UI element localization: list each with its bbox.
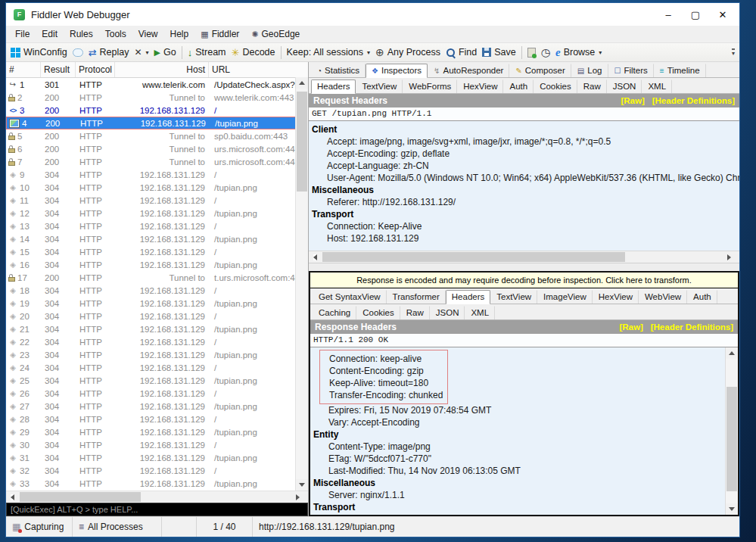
- close-button[interactable]: ✕: [709, 5, 736, 24]
- column-header-result[interactable]: Result: [41, 62, 76, 77]
- scroll-thumb[interactable]: [297, 92, 307, 192]
- table-row[interactable]: ◈27304HTTP192.168.131.129/tupian.png: [6, 400, 308, 413]
- decode-banner[interactable]: Response is encoded and may require deco…: [310, 273, 738, 288]
- response-tab-headers[interactable]: Headers: [446, 290, 490, 304]
- column-header-url[interactable]: URL: [209, 62, 308, 77]
- scroll-thumb[interactable]: [322, 252, 625, 262]
- scroll-right-icon[interactable]: [727, 251, 739, 263]
- browse-button[interactable]: eBrowse▾: [555, 47, 602, 58]
- table-row[interactable]: ↪1301HTTPwww.telerik.com/UpdateCheck.asp…: [6, 78, 308, 91]
- comment-button[interactable]: [73, 48, 83, 57]
- scroll-left-icon[interactable]: [6, 491, 18, 503]
- capturing-indicator[interactable]: ▦ Capturing: [6, 517, 73, 537]
- menu-item-tools[interactable]: Tools: [99, 27, 132, 41]
- scroll-up-icon[interactable]: [296, 77, 308, 89]
- session-horizontal-scrollbar[interactable]: [6, 491, 308, 503]
- table-row[interactable]: ◈16304HTTP192.168.131.129/tupian.png: [6, 258, 308, 271]
- session-vertical-scrollbar[interactable]: [295, 77, 308, 491]
- table-row[interactable]: ◈25304HTTP192.168.131.129/tupian.png: [6, 374, 308, 387]
- panel-splitter[interactable]: [309, 263, 739, 271]
- scroll-thumb[interactable]: [20, 492, 141, 502]
- menu-item-geoedge[interactable]: ✺GeoEdge: [245, 27, 306, 41]
- request-tab-xml[interactable]: XML: [642, 79, 672, 93]
- toolbar-overflow-icon[interactable]: ▾: [732, 48, 735, 57]
- response-tab-textview[interactable]: TextView: [490, 290, 537, 304]
- process-filter[interactable]: ≡ All Processes: [73, 517, 162, 537]
- table-row[interactable]: ◈33304HTTP192.168.131.129/tupian.png: [6, 477, 308, 490]
- scroll-left-icon[interactable]: [309, 251, 321, 263]
- table-row[interactable]: ◈10304HTTP192.168.131.129/tupian.png: [6, 181, 308, 194]
- table-row[interactable]: ◈29304HTTP192.168.131.129/tupian.png: [6, 425, 308, 438]
- table-row[interactable]: ◈31304HTTP192.168.131.129/tupian.png: [6, 451, 308, 464]
- menu-item-view[interactable]: View: [132, 27, 164, 41]
- raw-link[interactable]: [Raw]: [619, 322, 642, 332]
- table-row[interactable]: ◈14304HTTP192.168.131.129/tupian.png: [6, 232, 308, 245]
- save-button[interactable]: Save: [482, 47, 516, 58]
- winconfig-button[interactable]: WinConfig: [11, 47, 67, 58]
- table-row[interactable]: ◈20304HTTP192.168.131.129/: [6, 310, 308, 322]
- table-row[interactable]: ◈28304HTTP192.168.131.129/: [6, 413, 308, 425]
- scroll-up-icon[interactable]: [726, 347, 738, 359]
- table-row[interactable]: 5200HTTPTunnel tosp0.baidu.com:443: [6, 129, 308, 142]
- scroll-thumb[interactable]: [726, 387, 737, 491]
- tab-log[interactable]: ▤Log: [571, 64, 608, 77]
- table-row[interactable]: 7200HTTPTunnel tours.microsoft.com:443: [6, 155, 308, 168]
- minimize-button[interactable]: –: [655, 5, 682, 24]
- quickexec-input[interactable]: [QuickExec] ALT+Q > type HELP...: [6, 503, 308, 516]
- remove-button[interactable]: ✕▾: [135, 48, 149, 57]
- table-row[interactable]: ◈26304HTTP192.168.131.129/: [6, 387, 308, 400]
- response-vertical-scrollbar[interactable]: [725, 347, 738, 515]
- table-row[interactable]: ◈12304HTTP192.168.131.129/tupian.png: [6, 207, 308, 220]
- table-row[interactable]: ◈11304HTTP192.168.131.129/: [6, 194, 308, 207]
- table-row[interactable]: ◈23304HTTP192.168.131.129/tupian.png: [6, 348, 308, 361]
- any-process-button[interactable]: ⊕Any Process: [375, 47, 440, 58]
- request-tab-hexview[interactable]: HexView: [457, 79, 503, 93]
- scroll-right-icon[interactable]: [296, 491, 308, 503]
- header-definitions-link[interactable]: [Header Definitions]: [651, 322, 733, 332]
- request-tab-auth[interactable]: Auth: [503, 79, 534, 93]
- go-button[interactable]: ▶Go: [154, 47, 176, 58]
- table-row[interactable]: 17200HTTPTunnel tot.urs.microsoft.com:44…: [6, 271, 308, 284]
- scroll-down-icon[interactable]: [726, 503, 738, 515]
- header-definitions-link[interactable]: [Header Definitions]: [652, 96, 735, 105]
- response-tab-webview[interactable]: WebView: [639, 290, 687, 304]
- response-tab-xml[interactable]: XML: [465, 306, 495, 319]
- request-tab-webforms[interactable]: WebForms: [403, 79, 457, 93]
- response-tab-transformer[interactable]: Transformer: [387, 290, 446, 304]
- request-tab-textview[interactable]: TextView: [356, 79, 403, 93]
- find-button[interactable]: Find: [446, 47, 477, 58]
- scroll-down-icon[interactable]: [296, 479, 308, 491]
- request-tab-cookies[interactable]: Cookies: [534, 79, 577, 93]
- table-row[interactable]: ◈15304HTTP192.168.131.129/: [6, 245, 308, 258]
- stream-button[interactable]: ↓Stream: [188, 47, 226, 58]
- tab-autoresponder[interactable]: ↯AutoResponder: [428, 64, 509, 77]
- menu-item-rules[interactable]: Rules: [64, 27, 99, 41]
- paste-button[interactable]: [527, 48, 536, 58]
- table-row[interactable]: ◈24304HTTP192.168.131.129/: [6, 361, 308, 374]
- maximize-button[interactable]: ▢: [682, 5, 709, 24]
- request-horizontal-scrollbar[interactable]: [309, 251, 739, 263]
- response-tab-raw[interactable]: Raw: [400, 306, 430, 319]
- keep-all-sessions-button[interactable]: Keep: All sessions▾: [287, 47, 370, 58]
- table-row[interactable]: ◈32304HTTP192.168.131.129/: [6, 464, 308, 477]
- menu-item-file[interactable]: File: [9, 27, 36, 41]
- tab-composer[interactable]: ✎Composer: [509, 64, 571, 77]
- table-row[interactable]: ◈13304HTTP192.168.131.129/: [6, 220, 308, 232]
- table-row[interactable]: ◈9304HTTP192.168.131.129/: [6, 168, 308, 181]
- tab-filters[interactable]: ☐Filters: [608, 64, 654, 77]
- request-tab-headers[interactable]: Headers: [311, 79, 356, 94]
- response-tab-caching[interactable]: Caching: [313, 306, 356, 319]
- raw-link[interactable]: [Raw]: [621, 96, 644, 105]
- table-row[interactable]: ◈22304HTTP192.168.131.129/: [6, 335, 308, 348]
- column-header-host[interactable]: Host: [115, 62, 209, 77]
- column-header-[interactable]: #: [6, 62, 41, 77]
- table-row[interactable]: ◈30304HTTP192.168.131.129/: [6, 438, 308, 451]
- request-tab-raw[interactable]: Raw: [577, 79, 607, 93]
- table-row[interactable]: 6200HTTPTunnel tours.microsoft.com:443: [6, 142, 308, 155]
- table-row[interactable]: 2200HTTPTunnel towww.telerik.com:443: [6, 91, 308, 104]
- response-tab-auth[interactable]: Auth: [687, 290, 717, 304]
- tab-timeline[interactable]: ≡Timeline: [654, 64, 706, 77]
- tab-statistics[interactable]: ◔Statistics: [311, 64, 366, 77]
- decode-button[interactable]: ✳Decode: [232, 47, 275, 58]
- tab-inspectors[interactable]: ❖Inspectors: [366, 64, 428, 78]
